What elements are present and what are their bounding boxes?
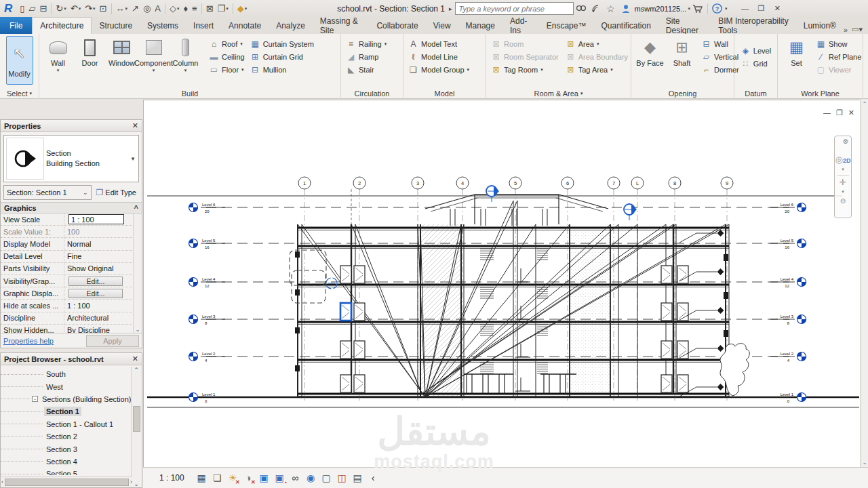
tree-collapse-icon[interactable]: -: [32, 396, 38, 402]
ref-plane-button[interactable]: ∕Ref Plane: [814, 50, 863, 63]
property-row[interactable]: View Scale1 : 100: [1, 214, 142, 226]
temp-view-props-icon[interactable]: ▢: [320, 472, 333, 485]
detail-level-icon[interactable]: ▦: [195, 472, 208, 485]
property-row[interactable]: Scale Value 1:100: [1, 226, 142, 238]
thin-lines-icon[interactable]: ≡: [190, 1, 199, 16]
browser-item-section-2[interactable]: Section 2: [1, 430, 142, 443]
username[interactable]: mswm201125...: [635, 5, 687, 13]
model-line-button[interactable]: ℓModel Line: [406, 50, 471, 63]
text-icon[interactable]: A: [153, 1, 163, 16]
steering-wheel-2d-icon[interactable]: ◎2D: [835, 155, 851, 165]
reveal-hidden-icon[interactable]: ∞: [289, 472, 302, 485]
open-icon[interactable]: ▱: [26, 1, 37, 16]
opening-shaft-button[interactable]: ⊞Shaft: [666, 35, 698, 87]
tab-insert[interactable]: Insert: [186, 17, 221, 34]
new-icon[interactable]: ▯: [18, 1, 26, 16]
navbar-zoom-chevron-icon[interactable]: ▾: [842, 189, 844, 195]
tab-lumion-[interactable]: Lumion®: [796, 17, 844, 34]
back-chevron-icon[interactable]: ‹: [367, 472, 380, 485]
pan-zoom-icon[interactable]: ✛: [840, 178, 846, 187]
wall-button[interactable]: Wall▾: [42, 35, 74, 87]
edit-type-button[interactable]: ❐ Edit Type: [94, 185, 139, 200]
tab-architecture[interactable]: Architecture: [32, 17, 92, 34]
panel-label-datum[interactable]: Datum: [734, 87, 777, 99]
workset-icon[interactable]: ◆▾: [235, 1, 250, 16]
curtain-grid-button[interactable]: ⊞Curtain Grid: [248, 50, 316, 63]
section-icon[interactable]: ♦: [181, 1, 190, 16]
browser-item-section-1-callout-1[interactable]: Section 1 - Callout 1: [1, 418, 142, 430]
browser-item-section-1[interactable]: Section 1: [1, 405, 142, 418]
username-chevron-icon[interactable]: ▾: [688, 6, 690, 12]
reveal-constraints-icon[interactable]: ▤: [351, 472, 364, 485]
property-row[interactable]: Graphic Displa...Edit...: [1, 287, 142, 300]
door-button[interactable]: Door: [74, 35, 106, 87]
ramp-button[interactable]: ◢Ramp: [344, 50, 389, 63]
browser-item-west[interactable]: West: [1, 380, 142, 392]
print-icon[interactable]: ⊡: [98, 1, 109, 16]
panel-label-work-plane[interactable]: Work Plane: [778, 87, 863, 99]
property-row[interactable]: DisciplineArchitectural: [1, 312, 142, 325]
opening-by-face-button[interactable]: ◆By Face: [634, 35, 666, 87]
properties-header[interactable]: Properties ✕: [1, 120, 142, 132]
curtain-system-button[interactable]: ▦Curtain System: [248, 37, 316, 50]
revit-logo-icon[interactable]: R: [0, 2, 18, 16]
save-icon[interactable]: ⊟: [37, 1, 49, 16]
tag-area-button[interactable]: ⊠Tag Area▾: [564, 63, 630, 76]
view3d-icon[interactable]: ◇▾: [167, 1, 182, 16]
crop-view-icon[interactable]: ▣: [258, 472, 271, 485]
browser-item-sections-building-section-[interactable]: -Sections (Building Section): [1, 393, 142, 405]
help-icon[interactable]: ?: [711, 2, 724, 16]
property-row[interactable]: Parts VisibilityShow Original: [1, 263, 142, 275]
close-button[interactable]: ✕: [769, 2, 785, 16]
browser-item-section-3[interactable]: Section 3: [1, 443, 142, 455]
navbar-close-icon[interactable]: ⊗: [843, 138, 848, 145]
title-arrow-icon[interactable]: ▸: [449, 5, 452, 12]
browser-item-section-5[interactable]: Section 5: [1, 468, 142, 475]
graphics-group-header[interactable]: Graphics^: [1, 202, 142, 214]
navbar-wheel-chevron-icon[interactable]: ▾: [842, 167, 844, 172]
type-selector-chevron-icon[interactable]: ▾: [127, 136, 138, 182]
window-button[interactable]: Window: [106, 35, 138, 87]
navbar-collapse-icon[interactable]: ⊖: [840, 197, 846, 205]
view-scale-button[interactable]: 1 : 100: [159, 473, 184, 483]
temp-hide-isolate-icon[interactable]: ◉: [304, 472, 317, 485]
help-chevron-icon[interactable]: ▾: [725, 6, 728, 12]
tab-site-designer[interactable]: Site Designer: [658, 17, 711, 34]
sync-icon[interactable]: ↻▾: [54, 1, 68, 16]
model-group-button[interactable]: ❏Model Group▾: [406, 63, 471, 76]
search-input[interactable]: [455, 2, 574, 15]
floor-button[interactable]: ▭Floor▾: [207, 63, 247, 76]
tag-room-button[interactable]: ⊠Tag Room▾: [489, 63, 561, 76]
column-button[interactable]: Column▾: [170, 35, 201, 87]
undo-icon[interactable]: ↶▾: [68, 1, 83, 16]
area-button[interactable]: ⊠Area▾: [564, 37, 630, 50]
tab-manage[interactable]: Manage: [458, 17, 502, 34]
property-row[interactable]: Display ModelNormal: [1, 238, 142, 250]
level-button[interactable]: ◈Level: [738, 44, 773, 57]
browser-item-section-4[interactable]: Section 4: [1, 455, 142, 468]
properties-scrollbar[interactable]: ⌄: [133, 214, 142, 333]
tab-collaborate[interactable]: Collaborate: [369, 17, 425, 34]
redo-icon[interactable]: ↷▾: [83, 1, 97, 16]
minimize-button[interactable]: —: [736, 2, 753, 16]
show-work-plane-button[interactable]: ▦Show: [814, 37, 863, 50]
tree-horizontal-scrollbar[interactable]: ‹›: [1, 476, 132, 487]
drawing-area[interactable]: — ❐ ✕ 1234567L89Level 620Level 620Level …: [143, 100, 860, 467]
tab-file[interactable]: File: [0, 17, 32, 34]
type-selector[interactable]: Section Building Section ▾: [3, 135, 139, 182]
app-store-cart-icon[interactable]: [691, 2, 705, 16]
tree-vertical-scrollbar[interactable]: ⌃⌄: [131, 367, 141, 487]
properties-close-icon[interactable]: ✕: [132, 121, 138, 130]
analytical-model-icon[interactable]: ◫: [336, 472, 349, 485]
sun-path-icon[interactable]: ☀✕: [226, 472, 239, 485]
show-crop-region-icon[interactable]: ▣•: [273, 472, 286, 485]
panel-label-room-area[interactable]: Room & Area▾: [486, 87, 631, 99]
ceiling-button[interactable]: ▬Ceiling: [207, 50, 247, 63]
panel-label-build[interactable]: Build: [39, 87, 340, 99]
project-browser-header[interactable]: Project Browser - school.rvt ✕: [1, 353, 142, 365]
edit-button[interactable]: Edit...: [68, 277, 123, 286]
component-button[interactable]: Component▾: [138, 35, 170, 87]
shadows-icon[interactable]: ◑✕: [242, 472, 255, 485]
property-row[interactable]: Visibility/Grap...Edit...: [1, 275, 142, 287]
visual-style-icon[interactable]: ❏: [211, 472, 224, 485]
